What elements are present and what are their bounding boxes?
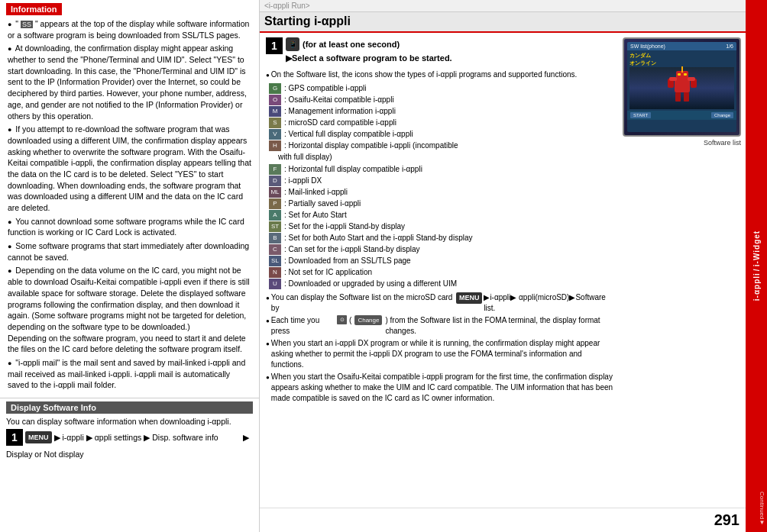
arrow-4: ▶ bbox=[243, 431, 249, 444]
dx-label: : i-αppli DX bbox=[284, 176, 322, 186]
hfull-icon: F bbox=[269, 164, 281, 175]
change-icon: ⊙ bbox=[337, 315, 347, 324]
iappli-run-breadcrumb: <i-αppli Run> bbox=[260, 0, 746, 12]
menu-instruction-step1: 1 MENU ▶ i-αppli ▶ αppli settings ▶ Disp… bbox=[6, 429, 253, 461]
canset-label: : Can set for the i-αppli Stand-by displ… bbox=[284, 244, 420, 255]
info-bullet-3: If you attempt to re-download the softwa… bbox=[6, 124, 253, 214]
step-1-title-line: 📱 (for at least one second) bbox=[286, 37, 613, 51]
icon-upgr: U : Downloaded or upgraded by using a di… bbox=[269, 279, 613, 289]
icon-osaifu: O : Osaifu-Keitai compatible i-αppli bbox=[269, 95, 613, 105]
robot-svg bbox=[663, 63, 701, 113]
icon-hfull: F : Horizontal full display compatible i… bbox=[269, 164, 613, 175]
step-1-content: 📱 (for at least one second) ▶Select a so… bbox=[286, 37, 613, 66]
noic-label: : Not set for IC application bbox=[284, 267, 372, 278]
information-section: Information " SS " appears at the top of… bbox=[0, 0, 259, 398]
icon-autostart: A : Set for Auto Start bbox=[269, 210, 613, 221]
iappli-section-title: Starting i-αppli bbox=[260, 12, 746, 33]
vertical-label: : Vertical full display compatible i-αpp… bbox=[284, 129, 413, 140]
dx-icon: D bbox=[269, 176, 281, 186]
phone-screen: SW list(phone) 1/6 カンダム オンライン bbox=[627, 42, 736, 132]
microsd-label: : microSD card compatible i-αppli bbox=[284, 118, 396, 128]
step-1-number: 1 bbox=[266, 37, 283, 54]
sidebar-sep: / bbox=[752, 269, 761, 272]
disp-info: Disp. software info bbox=[152, 431, 218, 444]
icon-gps: G : GPS compatible i-αppli bbox=[269, 83, 613, 94]
step-1-instruction: (for at least one second) bbox=[303, 40, 400, 49]
partial-label: : Partially saved i-αppli bbox=[284, 198, 361, 209]
bullet-change: Each time you press ⊙(Change) from the S… bbox=[266, 315, 613, 337]
osaifu-icon: O bbox=[269, 95, 281, 105]
phone-screen-content: カンダム オンライン bbox=[627, 50, 736, 111]
upgr-label: : Downloaded or upgraded by using a diff… bbox=[284, 279, 457, 289]
mail-icon: ML bbox=[269, 187, 281, 198]
osaifu-label: : Osaifu-Keitai compatible i-αppli bbox=[284, 95, 394, 105]
sidebar-label: i-αppli / i-Widget bbox=[752, 231, 761, 301]
menu-key-2: MENU bbox=[456, 292, 483, 304]
iappli-label: i-αppli bbox=[63, 431, 84, 444]
page-footer: 291 bbox=[260, 508, 746, 532]
sidebar-iwidget: i-Widget bbox=[752, 231, 761, 266]
page-title: Starting i-αppli bbox=[264, 15, 741, 28]
phone-screenshot: SW list(phone) 1/6 カンダム オンライン bbox=[623, 37, 741, 137]
page-number: 291 bbox=[714, 511, 739, 529]
game-title: カンダム bbox=[629, 52, 734, 60]
info-header: Information bbox=[6, 3, 62, 15]
alpha-settings: αppli settings bbox=[95, 431, 142, 444]
screen-list-label: SW list(phone) bbox=[630, 44, 665, 49]
bullet-display-list: You can display the Software list on the… bbox=[266, 292, 613, 314]
icon-noic: N : Not set for IC application bbox=[269, 267, 613, 278]
func-start-btn[interactable]: START bbox=[630, 112, 651, 118]
right-sidebar: i-αppli / i-Widget Continued▼ bbox=[746, 0, 767, 532]
icon-partial: P : Partially saved i-αppli bbox=[269, 198, 613, 209]
mgmt-label: : Management information i-αppli bbox=[284, 106, 396, 117]
left-column: Information " SS " appears at the top of… bbox=[0, 0, 260, 532]
iappli-content-area: 1 📱 (for at least one second) ▶Select a … bbox=[260, 33, 746, 508]
svg-rect-2 bbox=[678, 73, 681, 76]
hfull-label: : Horizontal full display compatible i-α… bbox=[284, 164, 422, 175]
icon-canset: C : Can set for the i-αppli Stand-by dis… bbox=[269, 244, 613, 255]
sidebar-iappli: i-αppli bbox=[752, 273, 761, 301]
step-1-sub: ▶Select a software program to be started… bbox=[286, 53, 613, 63]
bullet-software-list: On the Software list, the icons show the… bbox=[266, 69, 613, 80]
ssl-label: : Downloaded from an SSL/TLS page bbox=[284, 256, 411, 266]
icon-horizontal: H : Horizontal display compatible i-αppl… bbox=[269, 140, 613, 151]
horizontal-indent: with full display) bbox=[278, 152, 613, 163]
continued-text: Continued▼ bbox=[759, 492, 765, 526]
change-label: Change bbox=[354, 315, 382, 325]
software-list-label: Software list bbox=[704, 139, 741, 147]
display-software-info-header: Display Software Info bbox=[6, 401, 253, 414]
noic-icon: N bbox=[269, 267, 281, 278]
icon-type-list: G : GPS compatible i-αppli O : Osaifu-Ke… bbox=[269, 83, 613, 289]
arrow-1: ▶ bbox=[54, 431, 60, 444]
icon-ssl: SL : Downloaded from an SSL/TLS page bbox=[269, 256, 613, 266]
info-bullet-7: "i-αppli mail" is the mail sent and save… bbox=[6, 357, 253, 391]
svg-rect-10 bbox=[688, 77, 695, 81]
bullet-dx: When you start an i-αppli DX program or … bbox=[266, 338, 613, 370]
info-bullet-5: Some software programs that start immedi… bbox=[6, 240, 253, 263]
svg-rect-8 bbox=[681, 66, 683, 73]
info-bullet-6: Depending on the data volume on the IC c… bbox=[6, 265, 253, 355]
arrow-2: ▶ bbox=[86, 431, 92, 444]
press-icon: 📱 bbox=[286, 37, 299, 51]
iappli-right-panel: SW list(phone) 1/6 カンダム オンライン bbox=[620, 33, 746, 508]
both-icon: B bbox=[269, 233, 281, 243]
iappli-main-area: <i-αppli Run> Starting i-αppli 1 📱 (for … bbox=[260, 0, 746, 532]
info-bullet-4: You cannot download some software progra… bbox=[6, 216, 253, 238]
autostart-icon: A bbox=[269, 210, 281, 221]
right-column: <i-αppli Run> Starting i-αppli 1 📱 (for … bbox=[260, 0, 767, 532]
gps-icon: G bbox=[269, 83, 281, 94]
arrow-3: ▶ bbox=[144, 431, 150, 444]
autostart-label: : Set for Auto Start bbox=[284, 210, 347, 221]
svg-rect-5 bbox=[684, 92, 689, 102]
canset-icon: C bbox=[269, 244, 281, 255]
step-1-row: 1 📱 (for at least one second) ▶Select a … bbox=[266, 37, 613, 66]
svg-rect-9 bbox=[669, 77, 677, 81]
icon-vertical: V : Vertical full display compatible i-α… bbox=[269, 129, 613, 140]
vertical-icon: V bbox=[269, 129, 281, 140]
icon-mail: ML : Mail-linked i-αppli bbox=[269, 187, 613, 198]
step-number-1: 1 bbox=[6, 429, 23, 446]
bullet-osaifu-first: When you start the Osaifu-Keitai compati… bbox=[266, 372, 613, 404]
icon-standby: ST : Set for the i-αppli Stand-by displa… bbox=[269, 221, 613, 232]
mail-label: : Mail-linked i-αppli bbox=[284, 187, 348, 198]
func-change-btn[interactable]: Change bbox=[711, 112, 733, 118]
